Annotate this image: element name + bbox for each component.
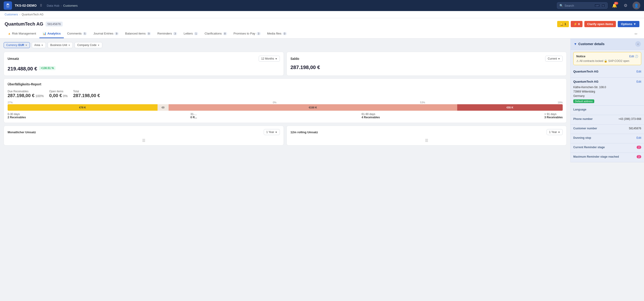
saldo-value: 287.198,00 € — [290, 64, 563, 70]
open-items-label: Open items — [49, 90, 68, 93]
tab-media-files[interactable]: Media files 0 — [264, 29, 290, 38]
umsatz-card: Umsatz 12 Months ▼ 219.488,00 € +130.51 … — [4, 52, 284, 76]
bell-action-button[interactable]: 🔔 1 — [557, 21, 569, 27]
company-code-filter[interactable]: Company Code ▼ — [75, 42, 102, 48]
age-item-0: 0-30 days 2 Receivables — [8, 112, 26, 119]
dunning-edit-button[interactable]: Edit — [636, 136, 641, 139]
bell-count: 1 — [564, 22, 566, 26]
tab-clarifications-label: Clarifications — [204, 32, 222, 35]
app-logo[interactable] — [4, 1, 12, 10]
main-layout: Currency EUR ▼ Area ▼ Business Unit ▼ Co… — [0, 38, 644, 287]
clarify-open-items-button[interactable]: Clarify open items — [584, 21, 616, 27]
tab-promises-to-pay[interactable]: Promises to Pay 3 — [230, 29, 264, 38]
nav-datahub[interactable]: Data Hub — [47, 4, 60, 7]
due-receivables-pct: 100% — [36, 94, 44, 98]
business-unit-label: Business Unit — [50, 43, 67, 47]
due-receivables-label: Due Receivables — [8, 90, 44, 93]
rolling-period-label: 1 Year — [549, 130, 557, 134]
detail-section-current-reminder: Current Reminder stage 2 — [570, 143, 644, 153]
monatlicher-period-label: 1 Year — [266, 130, 274, 134]
rolling-title: 12m rolling Umsatz — [290, 130, 318, 134]
notice-label: Notice — [576, 54, 586, 58]
rolling-period-select[interactable]: 1 Year ▼ — [546, 129, 563, 135]
panel-collapse-button[interactable]: ‹ — [635, 41, 641, 47]
detail-section-1: QuantumTech AG Edit — [570, 67, 644, 77]
bar-segment-2: €150 K — [168, 104, 457, 111]
menu-icon-2: ☰ — [425, 138, 428, 143]
tab-analytics[interactable]: 📊 Analytics — [40, 29, 64, 38]
saldo-period-select[interactable]: Current ▼ — [545, 56, 563, 62]
phone-label: Phone number — [573, 117, 601, 121]
section2-title: QuantumTech AG — [573, 80, 598, 83]
age-count-3: 3 Receivables — [544, 116, 563, 119]
bar-segment-1: €0 — [158, 104, 168, 111]
age-count-1: 0 R... — [190, 116, 197, 119]
app-name: TKS-02-DEMO — [15, 4, 36, 7]
lightning-action-button[interactable]: ⚡ 8 — [571, 21, 582, 27]
pct-label-3: 19% — [558, 101, 563, 104]
tab-reminders[interactable]: Reminders 3 — [154, 29, 180, 38]
tab-letters[interactable]: Letters 1 — [180, 29, 201, 38]
currency-chevron-icon: ▼ — [25, 44, 28, 46]
clock-icon: 🕐 — [635, 55, 638, 58]
tab-journal-entries[interactable]: Journal Entries 9 — [90, 29, 122, 38]
options-chevron-icon: ▼ — [633, 22, 636, 26]
total-label: Total — [73, 90, 100, 93]
total-value: 287.198,00 € — [73, 93, 100, 98]
open-items-stat: Open items 0,00 € 0% — [49, 90, 68, 98]
search-shortcut: ctrl — [594, 4, 600, 7]
detail-section-max-reminder: Maximum Reminder stage reached 2 — [570, 153, 644, 162]
tab-media-label: Media files — [267, 32, 282, 35]
tab-journal-badge: 9 — [114, 32, 118, 35]
tab-letters-badge: 1 — [194, 32, 198, 35]
saldo-chevron-icon: ▼ — [558, 57, 560, 60]
panel-title-text: Customer details — [578, 42, 604, 46]
age-count-2: 4 Receivables — [362, 116, 380, 119]
age-item-1: 31-... 0 R... — [190, 112, 197, 119]
address-line-3: Germany — [573, 94, 641, 98]
progress-bar: €78 K €0 €150 K €55 K — [8, 104, 563, 111]
settings-button[interactable]: ⚙ — [622, 1, 630, 10]
age-range-1: 31-... — [190, 112, 197, 116]
tab-balanced-items[interactable]: Balanced items 9 — [122, 29, 154, 38]
max-reminder-value: 2 — [637, 155, 641, 158]
open-items-value: 0,00 € — [49, 93, 62, 98]
tab-risk-management[interactable]: ▲ Risk Management — [4, 29, 40, 38]
address-line-2: 73969 Wittenbärg — [573, 89, 641, 94]
section1-edit-button[interactable]: Edit — [636, 70, 641, 73]
section2-edit-button[interactable]: Edit — [636, 80, 641, 83]
notice-edit-button[interactable]: Edit 🕐 — [629, 55, 638, 58]
tab-comments[interactable]: Comments 5 — [64, 29, 90, 38]
monatlicher-period-select[interactable]: 1 Year ▼ — [264, 129, 280, 135]
tab-comments-label: Comments — [67, 32, 82, 35]
tab-clarifications[interactable]: Clarifications 8 — [201, 29, 230, 38]
page-header: QuantumTech AG 58145876 🔔 1 ⚡ 8 Clarify … — [0, 18, 644, 38]
area-filter[interactable]: Area ▼ — [32, 42, 46, 48]
business-unit-filter[interactable]: Business Unit ▼ — [48, 42, 73, 48]
notification-badge: 9+ — [614, 2, 618, 4]
tab-risk-label: Risk Management — [12, 32, 36, 35]
notification-button[interactable]: 🔔 9+ — [610, 1, 619, 10]
overdue-title: Überfälligkeits-Report — [8, 82, 563, 86]
umsatz-title: Umsatz — [8, 57, 19, 60]
bar-segment-0: €78 K — [8, 104, 158, 111]
currency-filter[interactable]: Currency EUR ▼ — [4, 42, 30, 48]
language-label: Language — [573, 108, 601, 111]
notice-text: ⚠ All contracts locked 🔒 SAP:COO2 open — [576, 59, 638, 63]
search-box[interactable]: 🔍 Search ctrl b — [557, 2, 608, 9]
nav-customers[interactable]: Customers — [63, 4, 78, 7]
umsatz-period-select[interactable]: 12 Months ▼ — [259, 56, 280, 62]
user-avatar[interactable]: 👤 — [632, 1, 640, 9]
breadcrumb-customers[interactable]: Customers — [4, 13, 18, 16]
bar-label-0: €78 K — [79, 106, 86, 109]
tab-edit-button[interactable]: ✏ — [633, 30, 640, 38]
address-line-1: Käthe-Kernchen-Str. 108.0 — [573, 85, 641, 89]
age-labels-row: 0-30 days 2 Receivables 31-... 0 R... 61… — [8, 112, 563, 119]
grid-icon[interactable]: ⠿ — [40, 4, 42, 7]
tab-analytics-label: Analytics — [48, 32, 61, 35]
saldo-card: Saldo Current ▼ 287.198,00 € — [286, 52, 566, 76]
options-button[interactable]: Options ▼ — [618, 21, 640, 27]
tab-balanced-label: Balanced items — [125, 32, 146, 35]
age-range-3: > 91 days — [544, 112, 563, 116]
area-label: Area — [34, 43, 40, 47]
